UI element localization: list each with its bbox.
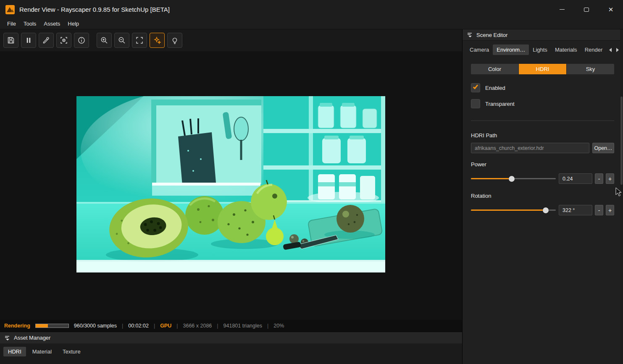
pick-button[interactable] <box>39 33 54 48</box>
fit-view-icon <box>135 36 144 45</box>
close-button[interactable]: ✕ <box>599 0 623 19</box>
menu-help[interactable]: Help <box>64 19 83 29</box>
mode-sky-button[interactable]: Sky <box>567 64 614 74</box>
menu-assets[interactable]: Assets <box>40 19 64 29</box>
zoom-in-icon <box>100 36 108 45</box>
tab-scroll-left-button[interactable] <box>607 45 613 55</box>
triangles-value: 941801 triangles <box>223 323 262 329</box>
asset-tab-hdri[interactable]: HDRI <box>3 347 26 356</box>
app-logo-icon <box>5 5 15 15</box>
tab-render[interactable]: Render <box>581 45 607 55</box>
environment-mode-switch: Color HDRI Sky <box>471 64 614 74</box>
info-button[interactable] <box>74 33 89 48</box>
tab-scroll-arrows <box>607 45 620 55</box>
power-row: 0.24 - + <box>471 173 614 184</box>
transparent-row: Transparent <box>471 99 614 108</box>
tab-materials[interactable]: Materials <box>551 45 581 55</box>
focus-region-icon <box>60 36 68 45</box>
info-icon <box>77 36 86 45</box>
asset-manager-tabs: HDRI Material Texture <box>0 343 462 356</box>
close-icon: ✕ <box>608 6 614 13</box>
asset-tab-material[interactable]: Material <box>28 347 56 356</box>
power-value-field[interactable]: 0.24 <box>559 173 592 184</box>
tab-environment[interactable]: Environm… <box>493 45 529 55</box>
menu-file[interactable]: File <box>3 19 20 29</box>
mode-color-button[interactable]: Color <box>471 64 518 74</box>
scene-editor-title: Scene Editor <box>476 32 507 38</box>
collapse-icon <box>467 32 473 38</box>
render-progress-fill <box>36 324 48 327</box>
power-slider-fill <box>471 178 512 179</box>
device-label: GPU <box>160 323 171 329</box>
rotation-slider[interactable] <box>471 207 556 213</box>
render-progress-bar <box>35 324 69 328</box>
samples-value: 960/3000 samples <box>74 323 117 329</box>
transparent-checkbox[interactable] <box>471 99 480 108</box>
hdri-path-input[interactable] <box>471 143 589 153</box>
eyedropper-icon <box>42 36 50 45</box>
status-separator: | <box>176 323 178 329</box>
rotation-label: Rotation <box>471 193 614 199</box>
menu-tools[interactable]: Tools <box>20 19 40 29</box>
asset-manager-body: HDRI Material Texture <box>0 343 462 364</box>
hdri-path-row: Open… <box>471 143 614 153</box>
asset-manager-header[interactable]: Asset Manager <box>0 332 462 343</box>
light-button[interactable] <box>167 33 182 48</box>
render-area: Rendering 960/3000 samples | 00:02:02 | … <box>0 29 462 364</box>
denoise-button[interactable] <box>150 33 165 48</box>
zoom-in-button[interactable] <box>97 33 112 48</box>
window-controls: ✕ <box>550 0 623 19</box>
rotation-decrement-button[interactable]: - <box>595 205 603 215</box>
render-viewport[interactable] <box>0 51 462 320</box>
tab-lights[interactable]: Lights <box>529 45 551 55</box>
focus-region-button[interactable] <box>56 33 71 48</box>
enabled-label: Enabled <box>485 85 505 91</box>
fit-view-button[interactable] <box>132 33 147 48</box>
minimize-icon <box>560 9 565 10</box>
render-image <box>76 96 385 272</box>
hdri-path-label: HDRI Path <box>471 132 614 139</box>
rotation-increment-button[interactable]: + <box>606 205 614 215</box>
pause-icon <box>24 36 33 45</box>
title-bar: Render View - Rayscaper 0.9.85 for Sketc… <box>0 0 623 19</box>
maximize-button[interactable] <box>574 0 599 19</box>
tab-camera[interactable]: Camera <box>466 45 493 55</box>
enabled-checkbox[interactable] <box>471 83 480 92</box>
power-slider-handle[interactable] <box>509 176 515 182</box>
checkmark-icon <box>473 84 478 89</box>
status-separator: | <box>267 323 268 329</box>
status-separator: | <box>122 323 123 329</box>
panel-scrollbar-thumb[interactable] <box>620 97 623 185</box>
power-slider[interactable] <box>471 176 556 182</box>
pause-button[interactable] <box>21 33 36 48</box>
asset-tab-texture[interactable]: Texture <box>58 347 85 356</box>
scene-editor-header[interactable]: Scene Editor <box>463 29 623 41</box>
tab-scroll-right-button[interactable] <box>614 45 620 55</box>
lightbulb-icon <box>171 36 179 45</box>
chevron-left-icon <box>608 47 612 52</box>
render-state-label: Rendering <box>4 323 30 329</box>
power-decrement-button[interactable]: - <box>595 173 603 184</box>
asset-manager-title: Asset Manager <box>14 335 50 341</box>
minimize-button[interactable] <box>550 0 574 19</box>
collapse-icon <box>4 335 10 341</box>
rotation-row: 322 ° - + <box>471 205 614 215</box>
render-time: 00:02:02 <box>128 323 149 329</box>
open-hdri-button[interactable]: Open… <box>592 143 614 153</box>
status-separator: | <box>217 323 218 329</box>
menu-bar: File Tools Assets Help <box>0 19 623 29</box>
render-status-bar: Rendering 960/3000 samples | 00:02:02 | … <box>0 320 462 332</box>
rotation-value-field[interactable]: 322 ° <box>559 205 592 215</box>
mode-hdri-button[interactable]: HDRI <box>519 64 566 74</box>
app-window: Render View - Rayscaper 0.9.85 for Sketc… <box>0 0 623 364</box>
mouse-cursor <box>615 187 622 197</box>
resolution-value: 3666 x 2086 <box>183 323 212 329</box>
power-increment-button[interactable]: + <box>606 173 614 184</box>
maximize-icon <box>584 8 589 12</box>
progress-percent-value: 20% <box>273 323 284 329</box>
denoise-icon <box>153 36 161 45</box>
save-button[interactable] <box>3 33 18 48</box>
window-title: Render View - Rayscaper 0.9.85 for Sketc… <box>19 6 170 13</box>
rotation-slider-handle[interactable] <box>543 207 549 213</box>
zoom-out-button[interactable] <box>114 33 129 48</box>
